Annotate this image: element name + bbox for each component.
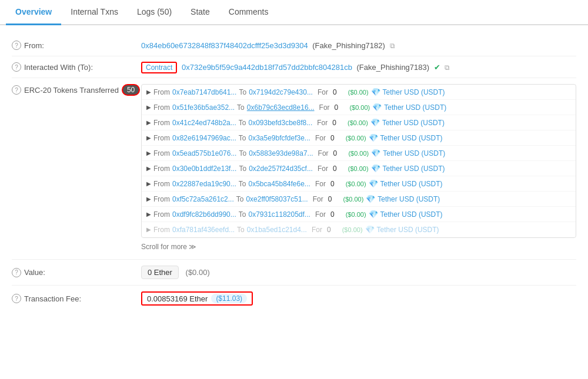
copy-from-icon[interactable]: ⧉	[390, 42, 395, 50]
row-from-label: From	[153, 195, 170, 203]
row-amount: 0	[333, 88, 337, 96]
row-from-address[interactable]: 0xfa781af436eefd...	[172, 226, 235, 234]
row-to-address[interactable]: 0x3a5e9bfcfdef3e...	[248, 134, 310, 142]
row-from-label: From	[153, 149, 170, 157]
value-amount-pill: 0 Ether	[141, 266, 179, 279]
fee-value-box: 0.00853169 Ether ($11.03)	[141, 291, 253, 306]
row-for-label: For	[317, 119, 328, 127]
row-usd: ($0.00)	[340, 104, 370, 111]
row-for-label: For	[312, 226, 322, 234]
row-for-label: For	[315, 180, 326, 188]
row-to-address[interactable]: 0x6b79c63ecd8e16...	[247, 103, 315, 112]
row-from-address[interactable]: 0x51fe36b5ae352...	[172, 103, 235, 112]
row-usd: ($0.00)	[333, 226, 363, 233]
transfer-row: ▶ From 0x7eab7147db641... To 0x7194d2c79…	[142, 85, 576, 100]
row-to-label: To	[239, 149, 246, 157]
tabs-bar: Overview Internal Txns Logs (50) State C…	[0, 0, 588, 25]
row-arrow: ▶	[146, 135, 151, 141]
erc20-label: ? ERC-20 Tokens Transferred 50	[12, 84, 141, 96]
fee-label: ? Transaction Fee:	[12, 294, 141, 303]
row-amount: 0	[332, 119, 336, 127]
transfer-row: ▶ From 0xf5c72a5a261c2... To 0xe2ff0f580…	[142, 192, 576, 207]
tab-comments[interactable]: Comments	[219, 0, 278, 25]
row-token-name[interactable]: Tether USD (USDT)	[380, 134, 443, 142]
row-for-label: For	[315, 134, 326, 142]
row-token-name[interactable]: Tether USD (USDT)	[384, 103, 446, 112]
row-to-address[interactable]: 0x5bca45b84fe6e...	[248, 180, 310, 188]
row-from-address[interactable]: 0x82e61947969ac...	[172, 134, 236, 142]
row-from-label: From	[153, 119, 170, 127]
row-arrow: ▶	[146, 104, 151, 110]
row-from-label: From	[153, 134, 170, 142]
row-from-address[interactable]: 0xdf9fc82b6dd990...	[172, 210, 236, 219]
question-icon-3: ?	[12, 85, 21, 95]
row-to-address[interactable]: 0x1ba5ed1c21d4...	[247, 226, 307, 234]
contract-alias: (Fake_Phishing7183)	[357, 63, 430, 72]
row-usd: ($0.00)	[337, 180, 366, 187]
transfer-list[interactable]: ▶ From 0x7eab7147db641... To 0x7194d2c79…	[141, 84, 576, 238]
row-from-address[interactable]: 0x5ead575b1e076...	[172, 149, 236, 157]
row-token-name[interactable]: Tether USD (USDT)	[383, 165, 445, 173]
from-label: ? From:	[12, 41, 141, 50]
tab-logs[interactable]: Logs (50)	[128, 0, 181, 25]
question-icon-4: ?	[12, 268, 21, 277]
row-usd: ($0.00)	[337, 135, 366, 142]
row-from-address[interactable]: 0x22887eda19c90...	[172, 180, 236, 188]
row-from-label: From	[153, 210, 170, 219]
token-gem-icon: 💎	[372, 103, 382, 112]
transfer-row: ▶ From 0x41c24ed748b2a... To 0x093befd3c…	[142, 115, 576, 130]
row-amount: 0	[333, 149, 338, 157]
transfer-row: ▶ From 0x51fe36b5ae352... To 0x6b79c63ec…	[142, 100, 576, 115]
row-for-label: For	[318, 88, 328, 96]
row-for-label: For	[315, 210, 326, 219]
contract-badge: Contract	[141, 62, 177, 73]
row-from-address[interactable]: 0xf5c72a5a261c2...	[172, 195, 234, 203]
from-value: 0x84eb60e6732848f837f48402dcfff25e3d3d93…	[141, 41, 395, 50]
row-token-name[interactable]: Tether USD (USDT)	[382, 119, 445, 127]
row-usd: ($0.00)	[334, 196, 363, 203]
interacted-with-label: ? Interacted With (To):	[12, 62, 141, 72]
row-token-name[interactable]: Tether USD (USDT)	[377, 226, 439, 234]
row-to-address[interactable]: 0xe2ff0f58037c51...	[246, 195, 308, 203]
row-token-name[interactable]: Tether USD (USDT)	[380, 180, 443, 188]
token-gem-icon: 💎	[370, 118, 380, 127]
row-arrow: ▶	[146, 226, 151, 233]
question-icon-2: ?	[12, 62, 21, 72]
token-gem-icon: 💎	[369, 210, 378, 219]
row-from-address[interactable]: 0x41c24ed748b2a...	[172, 119, 236, 127]
tab-state[interactable]: State	[181, 0, 219, 25]
row-from-address[interactable]: 0x7eab7147db641...	[172, 88, 236, 96]
row-to-label: To	[239, 134, 246, 142]
row-to-label: To	[239, 88, 246, 96]
row-to-label: To	[239, 165, 246, 173]
row-to-address[interactable]: 0x093befd3cbe8f8...	[248, 119, 312, 127]
row-amount: 0	[330, 134, 335, 142]
row-from-address[interactable]: 0x30e0b1ddf2e13f...	[172, 165, 236, 173]
fee-amount: 0.00853169 Ether	[147, 294, 208, 303]
row-token-name[interactable]: Tether USD (USDT)	[377, 195, 440, 203]
content-area: ? From: 0x84eb60e6732848f837f48402dcfff2…	[0, 25, 588, 321]
row-amount: 0	[330, 180, 335, 188]
row-amount: 0	[330, 210, 335, 219]
row-to-address[interactable]: 0x5883e93de98a7...	[249, 149, 313, 157]
row-to-label: To	[236, 195, 244, 203]
row-to-address[interactable]: 0x2de257f24d35cf...	[249, 165, 313, 173]
scroll-for-more: Scroll for more ≫	[141, 240, 576, 253]
row-arrow: ▶	[146, 89, 151, 95]
copy-contract-icon[interactable]: ⧉	[445, 63, 450, 72]
row-token-name[interactable]: Tether USD (USDT)	[383, 149, 445, 157]
tab-internal-txns[interactable]: Internal Txns	[61, 0, 128, 25]
from-address-link[interactable]: 0x84eb60e6732848f837f48402dcfff25e3d3d93…	[141, 41, 308, 50]
row-usd: ($0.00)	[339, 150, 369, 157]
erc20-count-badge: 50	[122, 84, 140, 96]
row-to-address[interactable]: 0x7931c118205df...	[248, 210, 310, 219]
interacted-with-value: Contract 0x732e9b5f59c9a442db18f7d57dd2b…	[141, 63, 450, 72]
from-row: ? From: 0x84eb60e6732848f837f48402dcfff2…	[12, 35, 576, 56]
row-token-name[interactable]: Tether USD (USDT)	[383, 88, 445, 96]
contract-address-link[interactable]: 0x732e9b5f59c9a442db18f7d57dd2bbfc804281…	[182, 63, 352, 72]
tab-overview[interactable]: Overview	[6, 0, 61, 25]
token-gem-icon: 💎	[366, 194, 375, 203]
row-to-address[interactable]: 0x7194d2c79e430...	[249, 88, 313, 96]
value-row: ? Value: 0 Ether ($0.00)	[12, 260, 576, 286]
row-token-name[interactable]: Tether USD (USDT)	[380, 210, 443, 219]
